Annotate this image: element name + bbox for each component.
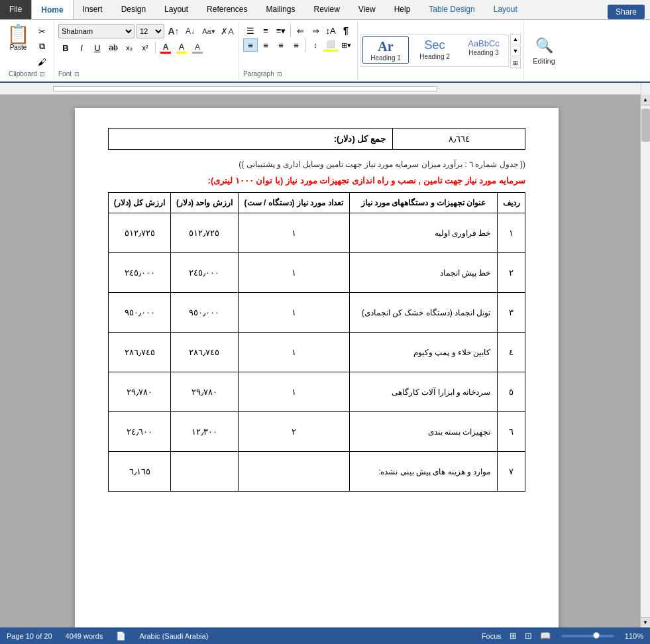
tab-mailings[interactable]: Mailings: [256, 0, 304, 19]
line-spacing-button[interactable]: ↕: [308, 38, 323, 52]
language-indicator: Arabic (Saudi Arabia): [139, 632, 208, 640]
row-total: ٦٫١٦٥: [109, 452, 171, 492]
font-color-button[interactable]: A: [158, 40, 173, 55]
row-unit: ١٢٫٣٠٠: [171, 412, 238, 452]
subscript-button[interactable]: x₂: [122, 40, 136, 55]
styles-expand[interactable]: ⊞: [510, 58, 521, 68]
table-row: ٢ خط پیش انجماد ١ ٢٤٥٫٠٠٠ ٢٤٥٫٠٠٠: [109, 253, 525, 293]
web-view-button[interactable]: ⊡: [525, 631, 532, 641]
paste-button[interactable]: 📋 Paste: [4, 24, 32, 69]
tab-table-design[interactable]: Table Design: [419, 0, 484, 19]
tab-layout2[interactable]: Layout: [484, 0, 527, 19]
numbering-button[interactable]: ≡: [258, 24, 273, 37]
styles-scroll-down[interactable]: ▼: [510, 46, 521, 56]
styles-scroll-up[interactable]: ▲: [510, 34, 521, 44]
row-title: تجهیزات بسته بندی: [349, 412, 498, 452]
row-title: خط فراوری اولیه: [349, 213, 498, 253]
tab-insert[interactable]: Insert: [74, 0, 112, 19]
row-id: ٤: [498, 333, 525, 372]
row-count: ١: [238, 213, 349, 253]
format-painter-button[interactable]: 🖌: [34, 54, 50, 69]
row-count: ١: [238, 372, 349, 412]
row-count: [238, 452, 349, 492]
scroll-thumb[interactable]: [641, 109, 650, 142]
scroll-down-button[interactable]: ▼: [641, 617, 651, 627]
shading-button[interactable]: A: [190, 40, 205, 55]
focus-button[interactable]: Focus: [482, 632, 502, 640]
multilevel-button[interactable]: ≡▾: [274, 24, 288, 37]
align-left-button[interactable]: ≡: [243, 38, 258, 52]
style-heading3[interactable]: AaBbCc Heading 3: [460, 36, 507, 64]
change-case-button[interactable]: Aa▾: [199, 24, 218, 38]
ruler: [0, 83, 650, 95]
section-title: سرمایه مورد نیاز جهت تامین , نصب و راه ا…: [108, 176, 525, 186]
copy-button[interactable]: ⧉: [34, 39, 50, 54]
sort-button[interactable]: ↕A: [323, 24, 338, 37]
table-row: ١ خط فراوری اولیه ١ ٥١٢٫٧٢٥ ٥١٢٫٧٢٥: [109, 213, 525, 253]
row-count: ١: [238, 293, 349, 333]
read-view-button[interactable]: 📖: [540, 631, 551, 641]
bold-button[interactable]: B: [58, 40, 73, 55]
editing-group: 🔍 Editing: [524, 21, 564, 80]
doc-scrollable[interactable]: ٨٫٦٦٤ جمع کل (دلار): (( جدول شماره ٦ : ب…: [0, 95, 640, 627]
strikethrough-button[interactable]: ab: [106, 40, 121, 55]
tab-file[interactable]: File: [0, 0, 31, 19]
table-row: ٤ کابین خلاء و پمپ وکیوم ١ ٢٨٦٫٧٤٥ ٢٨٦٫٧…: [109, 333, 525, 372]
cut-button[interactable]: ✂: [34, 24, 50, 38]
underline-button[interactable]: U: [90, 40, 105, 55]
superscript-button[interactable]: x²: [138, 40, 152, 55]
ribbon-tabs: File Home Insert Design Layout Reference…: [0, 0, 650, 20]
row-unit: ٢٨٦٫٧٤٥: [171, 333, 238, 372]
decrease-indent-button[interactable]: ⇐: [293, 24, 307, 37]
justify-button[interactable]: ≡: [289, 38, 303, 52]
row-id: ٦: [498, 412, 525, 452]
italic-button[interactable]: I: [74, 40, 89, 55]
bullets-button[interactable]: ☰: [243, 24, 258, 37]
doc-page: ٨٫٦٦٤ جمع کل (دلار): (( جدول شماره ٦ : ب…: [75, 108, 559, 627]
tab-layout[interactable]: Layout: [155, 0, 197, 19]
decrease-font-button[interactable]: A↓: [183, 24, 197, 38]
style-heading1[interactable]: Ar Heading 1: [362, 36, 409, 64]
text-highlight-button[interactable]: A: [174, 40, 189, 55]
tab-help[interactable]: Help: [385, 0, 420, 19]
style-h2-label: Heading 2: [419, 53, 450, 60]
clear-format-button[interactable]: ✗A: [220, 24, 235, 38]
increase-indent-button[interactable]: ⇒: [308, 24, 323, 37]
row-unit: ٥١٢٫٧٢٥: [171, 213, 238, 253]
align-right-button[interactable]: ≡: [274, 38, 288, 52]
font-name-select[interactable]: Shabnam: [58, 24, 135, 38]
ribbon-content: 📋 Paste ✂ ⧉ 🖌 Clipboard ⊡ Shabnam: [0, 20, 650, 83]
document-area: ٨٫٦٦٤ جمع کل (دلار): (( جدول شماره ٦ : ب…: [0, 95, 650, 627]
tab-home[interactable]: Home: [31, 0, 73, 19]
row-title: تونل انجماد (دستگاه خشک کن انجمادی): [349, 293, 498, 333]
tab-view[interactable]: View: [349, 0, 385, 19]
col-header-count: تعداد مورد نیاز (دستگاه / ست): [238, 193, 349, 213]
show-hide-button[interactable]: ¶: [339, 24, 353, 37]
tab-review[interactable]: Review: [304, 0, 349, 19]
para-shading-button[interactable]: ⬜: [323, 38, 338, 52]
status-bar: Page 10 of 20 4049 words 📄 Arabic (Saudi…: [0, 627, 650, 644]
row-title: سردخانه و ابزارا آلات کارگاهی: [349, 372, 498, 412]
paragraph-expand-icon[interactable]: ⊡: [277, 71, 282, 78]
row-total: ٢٩٫٧٨٠: [109, 372, 171, 412]
style-h1-label: Heading 1: [370, 54, 401, 62]
zoom-slider[interactable]: [561, 635, 614, 637]
layout-view-button[interactable]: ⊞: [510, 631, 517, 641]
row-count: ١: [238, 333, 349, 372]
page-indicator: Page 10 of 20: [7, 632, 52, 640]
clipboard-expand-icon[interactable]: ⊡: [40, 71, 45, 78]
align-center-button[interactable]: ≡: [258, 38, 273, 52]
scroll-up-button[interactable]: ▲: [641, 95, 651, 105]
share-button[interactable]: Share: [608, 5, 645, 19]
tab-references[interactable]: References: [197, 0, 256, 19]
row-title: کابین خلاء و پمپ وکیوم: [349, 333, 498, 372]
borders-button[interactable]: ⊞▾: [339, 38, 353, 52]
font-size-select[interactable]: 12: [136, 24, 164, 38]
tab-design[interactable]: Design: [112, 0, 155, 19]
vertical-scrollbar[interactable]: ▲ ▼: [640, 95, 650, 627]
font-expand-icon[interactable]: ⊡: [74, 71, 80, 78]
style-heading2[interactable]: Sec Heading 2: [411, 36, 458, 64]
increase-font-button[interactable]: A↑: [166, 24, 181, 38]
paragraph-group-label: Paragraph ⊡: [243, 69, 353, 78]
row-id: ٥: [498, 372, 525, 412]
